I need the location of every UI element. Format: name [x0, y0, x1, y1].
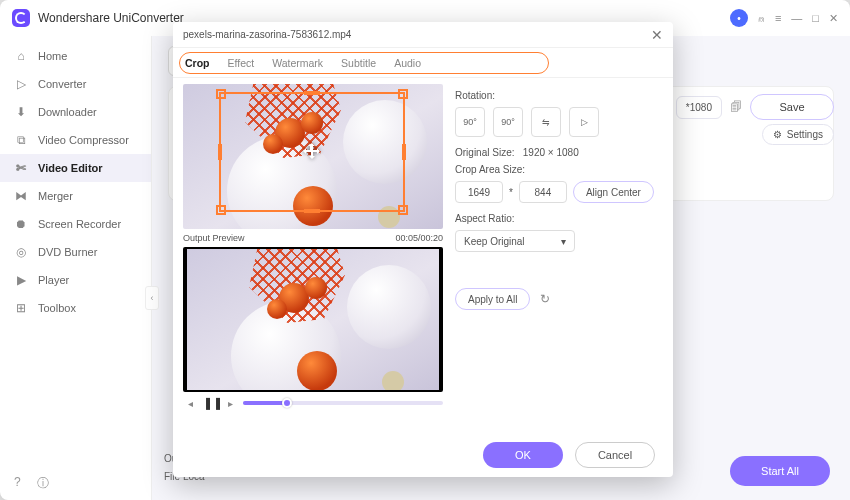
- sidebar-item-label: DVD Burner: [38, 246, 97, 258]
- sidebar-item-dvd[interactable]: ◎DVD Burner: [0, 238, 151, 266]
- original-size-row: Original Size: 1920 × 1080: [455, 147, 663, 158]
- crop-area-label: Crop Area Size:: [455, 164, 663, 175]
- timecode: 00:05/00:20: [395, 233, 443, 243]
- move-cursor-icon: [302, 142, 322, 162]
- file-card-right: *1080 🗐 Save ⚙Settings: [676, 94, 834, 194]
- download-icon: ⬇: [14, 105, 28, 119]
- controls-column: Rotation: 90° 90° ⇋ ▷ Original Size: 192…: [455, 84, 663, 433]
- crop-dialog: pexels-marina-zasorina-7583612.mp4 ✕ Cro…: [173, 22, 673, 477]
- copy-icon[interactable]: 🗐: [730, 100, 742, 114]
- play-icon: ▶: [14, 273, 28, 287]
- sidebar-item-label: Downloader: [38, 106, 97, 118]
- tab-watermark[interactable]: Watermark: [272, 57, 323, 69]
- dialog-filename: pexels-marina-zasorina-7583612.mp4: [183, 29, 351, 40]
- crop-rectangle[interactable]: [219, 92, 405, 212]
- rotation-label: Rotation:: [455, 90, 663, 101]
- playback-controls: ◂ ❚❚ ▸: [183, 396, 443, 410]
- sidebar-item-recorder[interactable]: ⏺Screen Recorder: [0, 210, 151, 238]
- sidebar-item-video-editor[interactable]: ✄Video Editor: [0, 154, 151, 182]
- help-icon[interactable]: ?: [14, 475, 21, 492]
- save-button[interactable]: Save: [750, 94, 834, 120]
- window-controls: • ⍝ ≡ — □ ✕: [730, 9, 838, 27]
- sidebar-item-label: Screen Recorder: [38, 218, 121, 230]
- app-logo-icon: [12, 9, 30, 27]
- chevron-down-icon: ▾: [561, 236, 566, 247]
- collapse-sidebar-button[interactable]: ‹: [145, 286, 159, 310]
- sidebar-item-merger[interactable]: ⧓Merger: [0, 182, 151, 210]
- seek-bar[interactable]: [243, 401, 443, 405]
- apply-row: Apply to All ↻: [455, 288, 663, 310]
- sidebar-item-label: Video Editor: [38, 162, 103, 174]
- sidebar-item-downloader[interactable]: ⬇Downloader: [0, 98, 151, 126]
- converter-icon: ▷: [14, 77, 28, 91]
- flip-horizontal-button[interactable]: ⇋: [531, 107, 561, 137]
- sidebar-item-converter[interactable]: ▷Converter: [0, 70, 151, 98]
- window-minimize[interactable]: —: [791, 12, 802, 24]
- window-maximize[interactable]: □: [812, 12, 819, 24]
- rotate-right-button[interactable]: 90°: [493, 107, 523, 137]
- rotation-buttons: 90° 90° ⇋ ▷: [455, 107, 663, 137]
- next-frame-button[interactable]: ▸: [223, 398, 237, 409]
- start-all-button[interactable]: Start All: [730, 456, 830, 486]
- gear-icon: ⚙: [773, 129, 782, 140]
- sidebar-item-compressor[interactable]: ⧉Video Compressor: [0, 126, 151, 154]
- sidebar-item-label: Player: [38, 274, 69, 286]
- ok-button[interactable]: OK: [483, 442, 563, 468]
- output-preview-label: Output Preview: [183, 233, 245, 243]
- tab-effect[interactable]: Effect: [228, 57, 255, 69]
- output-dimensions[interactable]: *1080: [676, 96, 722, 119]
- disc-icon: ◎: [14, 245, 28, 259]
- cancel-button[interactable]: Cancel: [575, 442, 655, 468]
- sidebar-item-home[interactable]: ⌂Home: [0, 42, 151, 70]
- seek-knob[interactable]: [282, 398, 292, 408]
- aspect-ratio-select[interactable]: Keep Original ▾: [455, 230, 575, 252]
- crop-sep: *: [509, 187, 513, 198]
- output-preview: [183, 247, 443, 392]
- sidebar: ⌂Home ▷Converter ⬇Downloader ⧉Video Comp…: [0, 36, 152, 500]
- tab-crop[interactable]: Crop: [185, 57, 210, 69]
- window-close[interactable]: ✕: [829, 12, 838, 25]
- dialog-close-button[interactable]: ✕: [651, 27, 663, 43]
- apply-to-all-button[interactable]: Apply to All: [455, 288, 530, 310]
- sidebar-item-toolbox[interactable]: ⊞Toolbox: [0, 294, 151, 322]
- sidebar-item-label: Video Compressor: [38, 134, 129, 146]
- record-icon: ⏺: [14, 217, 28, 231]
- compress-icon: ⧉: [14, 133, 28, 147]
- prev-frame-button[interactable]: ◂: [183, 398, 197, 409]
- tab-audio[interactable]: Audio: [394, 57, 421, 69]
- align-center-button[interactable]: Align Center: [573, 181, 654, 203]
- sidebar-item-player[interactable]: ▶Player: [0, 266, 151, 294]
- flip-vertical-button[interactable]: ▷: [569, 107, 599, 137]
- home-icon: ⌂: [14, 49, 28, 63]
- crop-size-row: * Align Center: [455, 181, 663, 203]
- sidebar-item-label: Merger: [38, 190, 73, 202]
- info-icon[interactable]: ⓘ: [37, 475, 49, 492]
- sidebar-item-label: Converter: [38, 78, 86, 90]
- sidebar-item-label: Home: [38, 50, 67, 62]
- preview-column: Output Preview 00:05/00:20 ◂ ❚❚ ▸: [183, 84, 443, 433]
- dialog-tabs: Crop Effect Watermark Subtitle Audio: [173, 48, 673, 78]
- pause-button[interactable]: ❚❚: [203, 396, 217, 410]
- user-avatar-icon[interactable]: •: [730, 9, 748, 27]
- toolbox-icon: ⊞: [14, 301, 28, 315]
- scissors-icon: ✄: [14, 161, 28, 175]
- sidebar-footer: ? ⓘ: [0, 475, 151, 492]
- dialog-footer: OK Cancel: [173, 433, 673, 477]
- crop-height-input[interactable]: [519, 181, 567, 203]
- preview-label-row: Output Preview 00:05/00:20: [183, 229, 443, 247]
- settings-button[interactable]: ⚙Settings: [762, 124, 834, 145]
- source-preview[interactable]: [183, 84, 443, 229]
- app-title: Wondershare UniConverter: [38, 11, 184, 25]
- aspect-ratio-label: Aspect Ratio:: [455, 213, 663, 224]
- tab-subtitle[interactable]: Subtitle: [341, 57, 376, 69]
- crop-width-input[interactable]: [455, 181, 503, 203]
- app-window: Wondershare UniConverter • ⍝ ≡ — □ ✕ ⌂Ho…: [0, 0, 850, 500]
- rotate-left-button[interactable]: 90°: [455, 107, 485, 137]
- reset-icon[interactable]: ↻: [540, 292, 550, 306]
- menu-icon[interactable]: ≡: [775, 12, 781, 24]
- dialog-header: pexels-marina-zasorina-7583612.mp4 ✕: [173, 22, 673, 48]
- merge-icon: ⧓: [14, 189, 28, 203]
- headset-icon[interactable]: ⍝: [758, 12, 765, 24]
- sidebar-item-label: Toolbox: [38, 302, 76, 314]
- original-size-value: 1920 × 1080: [523, 147, 579, 158]
